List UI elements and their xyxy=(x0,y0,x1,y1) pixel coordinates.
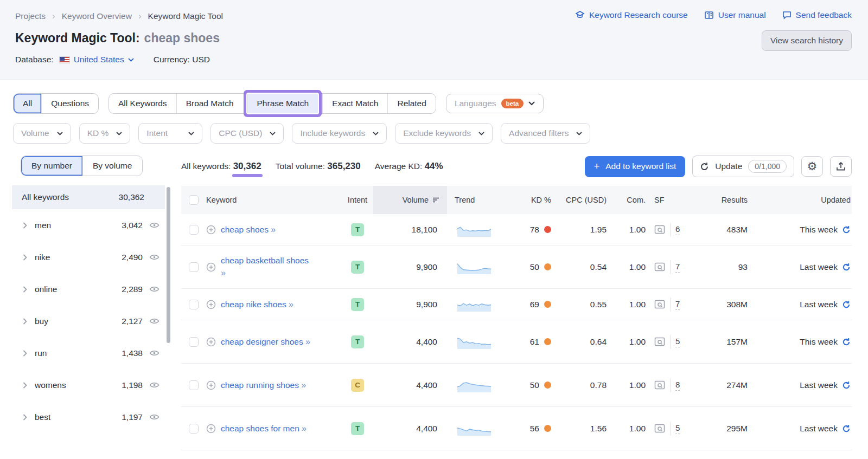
expand-keyword-icon[interactable] xyxy=(221,268,226,277)
refresh-row-icon[interactable] xyxy=(842,338,851,346)
keyword-link[interactable]: cheap basketball shoes xyxy=(221,256,309,265)
database-selector[interactable]: United States xyxy=(59,55,134,64)
add-keyword-icon[interactable] xyxy=(206,380,216,390)
sidebar-item-all-keywords[interactable]: All keywords 30,362 xyxy=(12,185,165,209)
keyword-link[interactable]: cheap designer shoes xyxy=(221,337,303,346)
row-checkbox[interactable] xyxy=(189,337,199,347)
serp-preview-icon[interactable] xyxy=(654,424,665,433)
row-checkbox[interactable] xyxy=(189,424,199,434)
chevron-right-icon[interactable] xyxy=(23,382,27,389)
add-keyword-icon[interactable] xyxy=(206,262,216,272)
filter-kd[interactable]: KD % xyxy=(79,123,131,144)
expand-keyword-icon[interactable] xyxy=(301,380,307,390)
add-keyword-icon[interactable] xyxy=(206,225,216,235)
refresh-row-icon[interactable] xyxy=(842,424,851,433)
keyword-link[interactable]: cheap shoes for men xyxy=(221,424,299,433)
keyword-link[interactable]: cheap nike shoes xyxy=(221,300,286,309)
row-checkbox[interactable] xyxy=(189,262,199,272)
tab-exact-match[interactable]: Exact Match xyxy=(322,94,387,113)
sidebar-item-run[interactable]: run 1,438 xyxy=(12,337,165,369)
send-feedback-link[interactable]: Send feedback xyxy=(782,10,852,20)
eye-icon[interactable] xyxy=(149,254,159,261)
sidebar-item-men[interactable]: men 3,042 xyxy=(12,209,165,241)
keyword-research-course-link[interactable]: Keyword Research course xyxy=(575,10,688,20)
header-kd[interactable]: KD % xyxy=(501,196,551,204)
sf-count[interactable]: 7 xyxy=(675,262,680,273)
eye-icon[interactable] xyxy=(149,286,159,293)
chevron-right-icon[interactable] xyxy=(23,414,27,421)
sidebar-item-best[interactable]: best 1,197 xyxy=(12,401,165,433)
toggle-by-volume[interactable]: By volume xyxy=(82,156,142,176)
add-keyword-icon[interactable] xyxy=(206,300,216,309)
expand-keyword-icon[interactable] xyxy=(289,300,294,309)
serp-preview-icon[interactable] xyxy=(654,300,665,309)
sf-count[interactable]: 5 xyxy=(675,337,680,347)
sf-count[interactable]: 6 xyxy=(675,224,680,235)
header-sf[interactable]: SF xyxy=(646,196,693,204)
add-keyword-icon[interactable] xyxy=(206,424,216,434)
header-trend[interactable]: Trend xyxy=(447,196,501,204)
keyword-link[interactable]: cheap shoes xyxy=(221,225,269,234)
filter-exclude-keywords[interactable]: Exclude keywords xyxy=(395,123,493,144)
update-button[interactable]: Update 0/1,000 xyxy=(692,156,794,177)
sidebar-item-buy[interactable]: buy 2,127 xyxy=(12,305,165,337)
expand-keyword-icon[interactable] xyxy=(305,337,311,346)
row-checkbox[interactable] xyxy=(189,380,199,390)
select-all-checkbox[interactable] xyxy=(189,195,199,205)
breadcrumb-projects[interactable]: Projects xyxy=(15,11,46,21)
eye-icon[interactable] xyxy=(149,382,159,389)
chevron-right-icon[interactable] xyxy=(23,286,27,293)
breadcrumb-keyword-overview[interactable]: Keyword Overview xyxy=(62,11,132,21)
serp-preview-icon[interactable] xyxy=(654,262,665,271)
tab-broad-match[interactable]: Broad Match xyxy=(176,94,243,113)
serp-preview-icon[interactable] xyxy=(654,337,665,346)
chevron-right-icon[interactable] xyxy=(23,318,27,325)
chevron-right-icon[interactable] xyxy=(23,222,27,229)
eye-icon[interactable] xyxy=(149,222,159,229)
refresh-row-icon[interactable] xyxy=(842,381,851,390)
eye-icon[interactable] xyxy=(149,350,159,357)
tab-all-keywords[interactable]: All Keywords xyxy=(109,94,176,113)
header-intent[interactable]: Intent xyxy=(342,196,373,204)
expand-keyword-icon[interactable] xyxy=(271,225,276,234)
row-checkbox[interactable] xyxy=(189,225,199,235)
header-volume[interactable]: Volume xyxy=(373,186,447,214)
user-manual-link[interactable]: User manual xyxy=(704,10,766,20)
tab-all[interactable]: All xyxy=(14,94,41,113)
settings-button[interactable]: ⚙ xyxy=(801,156,823,177)
sidebar-item-nike[interactable]: nike 2,490 xyxy=(12,241,165,273)
filter-volume[interactable]: Volume xyxy=(13,123,71,144)
view-search-history-button[interactable]: View search history xyxy=(762,30,852,51)
sf-count[interactable]: 8 xyxy=(675,380,680,391)
filter-advanced[interactable]: Advanced filters xyxy=(501,123,590,144)
tab-questions[interactable]: Questions xyxy=(41,94,98,113)
row-checkbox[interactable] xyxy=(189,300,199,309)
keyword-link[interactable]: cheap running shoes xyxy=(221,380,299,390)
filter-intent[interactable]: Intent xyxy=(138,123,202,144)
tab-related[interactable]: Related xyxy=(387,94,435,113)
header-com[interactable]: Com. xyxy=(607,196,646,204)
add-keyword-icon[interactable] xyxy=(206,337,216,347)
serp-preview-icon[interactable] xyxy=(654,380,665,390)
expand-keyword-icon[interactable] xyxy=(302,424,307,433)
filter-cpc[interactable]: CPC (USD) xyxy=(210,123,284,144)
sidebar-scrollbar[interactable] xyxy=(167,187,170,343)
add-to-keyword-list-button[interactable]: Add to keyword list xyxy=(585,156,686,177)
sf-count[interactable]: 7 xyxy=(675,299,680,310)
refresh-row-icon[interactable] xyxy=(842,263,851,271)
export-button[interactable] xyxy=(830,156,852,177)
serp-preview-icon[interactable] xyxy=(654,225,665,234)
eye-icon[interactable] xyxy=(149,413,159,421)
languages-dropdown[interactable]: Languages beta xyxy=(446,94,544,113)
header-updated[interactable]: Updated xyxy=(748,196,852,204)
chevron-right-icon[interactable] xyxy=(23,254,27,261)
chevron-right-icon[interactable] xyxy=(23,350,27,357)
filter-include-keywords[interactable]: Include keywords xyxy=(292,123,387,144)
sidebar-item-online[interactable]: online 2,289 xyxy=(12,273,165,305)
header-cpc[interactable]: CPC (USD) xyxy=(551,196,607,204)
refresh-row-icon[interactable] xyxy=(842,225,851,234)
refresh-row-icon[interactable] xyxy=(842,300,851,309)
header-results[interactable]: Results xyxy=(693,196,748,204)
header-keyword[interactable]: Keyword xyxy=(206,196,342,204)
sf-count[interactable]: 5 xyxy=(675,423,680,434)
